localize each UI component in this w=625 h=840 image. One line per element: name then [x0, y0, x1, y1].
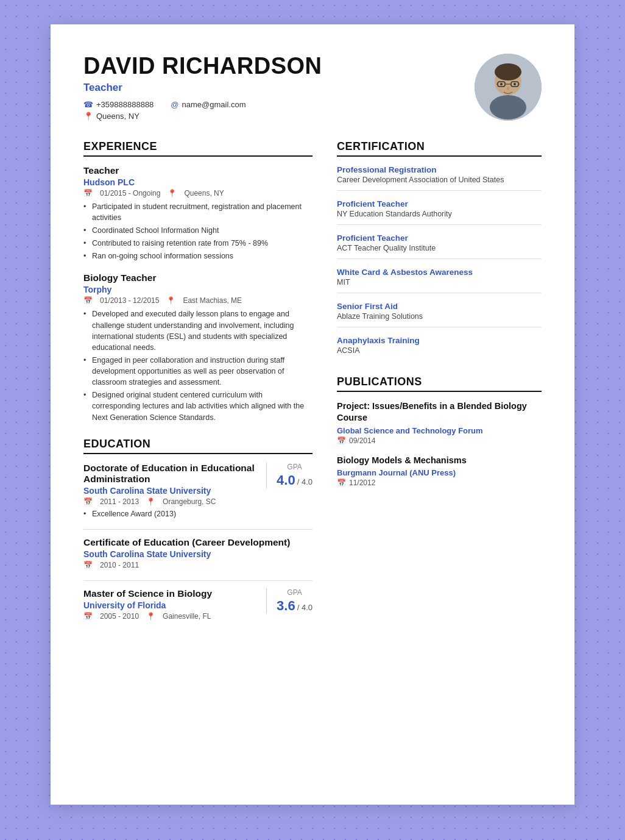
edu-divider-2: [83, 580, 312, 581]
pub-1-date: 📅 09/2014: [337, 436, 542, 445]
edu-1: Doctorate of Education in Educational Ad…: [83, 463, 312, 518]
calendar-icon-1: 📅: [83, 189, 93, 198]
experience-section-title: EXPERIENCE: [83, 140, 312, 157]
location-icon-edu3: 📍: [146, 612, 155, 621]
pub-2-date: 📅 11/2012: [337, 479, 542, 487]
calendar-icon-edu2: 📅: [83, 561, 93, 569]
left-column: EXPERIENCE Teacher Hudson PLC 📅 01/2015 …: [83, 140, 312, 639]
pub-1-title: Project: Issues/Benefits in a Blended Bi…: [337, 400, 542, 424]
edu-3-info: Master of Science in Biology University …: [83, 588, 266, 624]
location-item: 📍 Queens, NY: [83, 112, 139, 121]
edu-1-gpa: GPA 4.0 / 4.0: [266, 463, 312, 488]
edu-1-school: South Carolina State University: [83, 486, 266, 496]
cert-3: Proficient Teacher ACT Teacher Quality I…: [337, 233, 542, 259]
edu-1-meta: 📅 2011 - 2013 📍 Orangeburg, SC: [83, 497, 266, 506]
header: DAVID RICHARDSON Teacher ☎ +359888888888…: [83, 54, 542, 123]
edu-2-school: South Carolina State University: [83, 549, 312, 559]
edu-3-school: University of Florida: [83, 600, 266, 610]
job-1-company: Hudson PLC: [83, 177, 312, 187]
contact-row-location: 📍 Queens, NY: [83, 112, 322, 121]
cert-4-org: MIT: [337, 278, 542, 287]
calendar-icon-pub1: 📅: [337, 436, 346, 445]
location-icon-2: 📍: [166, 296, 175, 305]
list-item: Participated in student recruitment, reg…: [83, 201, 312, 223]
list-item: Contributed to raising retention rate fr…: [83, 238, 312, 249]
job-2-bullets: Developed and executed daily lesson plan…: [83, 308, 312, 422]
edu-3: Master of Science in Biology University …: [83, 588, 312, 624]
location-icon: 📍: [83, 112, 93, 121]
job-2-location: East Machias, ME: [183, 296, 242, 305]
job-2-dates: 01/2013 - 12/2015: [100, 296, 159, 305]
phone-icon: ☎: [83, 100, 93, 109]
job-2-meta: 📅 01/2013 - 12/2015 📍 East Machias, ME: [83, 296, 312, 305]
job-2-company: Torphy: [83, 285, 312, 294]
edu-1-row: Doctorate of Education in Educational Ad…: [83, 463, 312, 518]
calendar-icon-pub2: 📅: [337, 479, 346, 487]
calendar-icon-edu1: 📅: [83, 497, 93, 506]
cert-4-name: White Card & Asbestos Awareness: [337, 268, 542, 277]
list-item: Developed and executed daily lesson plan…: [83, 308, 312, 353]
location-text: Queens, NY: [96, 112, 139, 121]
pub-2-title: Biology Models & Mechanisms: [337, 455, 542, 467]
edu-divider-1: [83, 529, 312, 530]
edu-3-meta: 📅 2005 - 2010 📍 Gainesville, FL: [83, 612, 266, 621]
contact-row-phone: ☎ +359888888888 @ name@gmail.com: [83, 100, 322, 109]
right-column: CERTIFICATION Professional Registration …: [337, 140, 542, 639]
cert-5-org: Ablaze Training Solutions: [337, 312, 542, 321]
edu-2-degree: Certificate of Education (Career Develop…: [83, 537, 312, 548]
cert-6-org: ACSIA: [337, 346, 542, 355]
edu-3-gpa-value: 3.6: [277, 598, 295, 614]
email-item: @ name@gmail.com: [171, 100, 245, 109]
calendar-icon-2: 📅: [83, 296, 93, 305]
pub-1: Project: Issues/Benefits in a Blended Bi…: [337, 400, 542, 445]
edu-3-dates: 2005 - 2010: [100, 612, 139, 621]
edu-1-location: Orangeburg, SC: [163, 497, 216, 506]
svg-point-11: [514, 83, 516, 85]
cert-6-name: Anaphylaxis Training: [337, 336, 542, 345]
edu-3-gpa: GPA 3.6 / 4.0: [266, 588, 312, 614]
list-item: Engaged in peer collaboration and instru…: [83, 355, 312, 388]
location-icon-edu1: 📍: [146, 497, 155, 506]
job-1: Teacher Hudson PLC 📅 01/2015 - Ongoing 📍…: [83, 165, 312, 262]
svg-point-1: [490, 95, 526, 119]
edu-3-gpa-total: / 4.0: [297, 603, 312, 612]
phone-item: ☎ +359888888888: [83, 100, 154, 109]
location-icon-1: 📍: [168, 189, 177, 198]
pub-2: Biology Models & Mechanisms Burgmann Jou…: [337, 455, 542, 488]
cert-2-org: NY Education Standards Authority: [337, 210, 542, 218]
certification-section: CERTIFICATION Professional Registration …: [337, 140, 542, 361]
header-left: DAVID RICHARDSON Teacher ☎ +359888888888…: [83, 54, 322, 123]
list-item: Designed original student centered curri…: [83, 390, 312, 422]
job-1-bullets: Participated in student recruitment, reg…: [83, 201, 312, 262]
education-section: EDUCATION Doctorate of Education in Educ…: [83, 438, 312, 624]
email-icon: @: [171, 100, 178, 109]
cert-6: Anaphylaxis Training ACSIA: [337, 336, 542, 361]
edu-3-location: Gainesville, FL: [163, 612, 211, 621]
cert-1: Professional Registration Career Develop…: [337, 165, 542, 191]
edu-3-row: Master of Science in Biology University …: [83, 588, 312, 624]
job-1-title: Teacher: [83, 165, 312, 176]
list-item: Ran on-going school information sessions: [83, 251, 312, 262]
pub-2-journal: Burgmann Journal (ANU Press): [337, 468, 542, 477]
list-item: Coordinated School Information Night: [83, 225, 312, 236]
publications-section-title: PUBLICATIONS: [337, 376, 542, 392]
cert-5: Senior First Aid Ablaze Training Solutio…: [337, 302, 542, 327]
edu-2-dates: 2010 - 2011: [100, 561, 139, 569]
edu-1-gpa-value: 4.0: [277, 472, 295, 488]
edu-2-meta: 📅 2010 - 2011: [83, 561, 312, 569]
job-1-location: Queens, NY: [184, 189, 224, 198]
calendar-icon-edu3: 📅: [83, 612, 93, 621]
cert-1-name: Professional Registration: [337, 165, 542, 174]
cert-3-name: Proficient Teacher: [337, 233, 542, 243]
cert-2: Proficient Teacher NY Education Standard…: [337, 199, 542, 225]
edu-1-info: Doctorate of Education in Educational Ad…: [83, 463, 266, 518]
job-1-meta: 📅 01/2015 - Ongoing 📍 Queens, NY: [83, 189, 312, 198]
cert-3-org: ACT Teacher Quality Institute: [337, 244, 542, 252]
phone-number: +359888888888: [96, 100, 154, 109]
cert-1-org: Career Development Association of United…: [337, 176, 542, 184]
svg-point-10: [500, 83, 503, 85]
main-columns: EXPERIENCE Teacher Hudson PLC 📅 01/2015 …: [83, 140, 542, 639]
cert-2-name: Proficient Teacher: [337, 199, 542, 208]
edu-2: Certificate of Education (Career Develop…: [83, 537, 312, 569]
edu-1-bullet: Excellence Award (2013): [83, 510, 266, 518]
